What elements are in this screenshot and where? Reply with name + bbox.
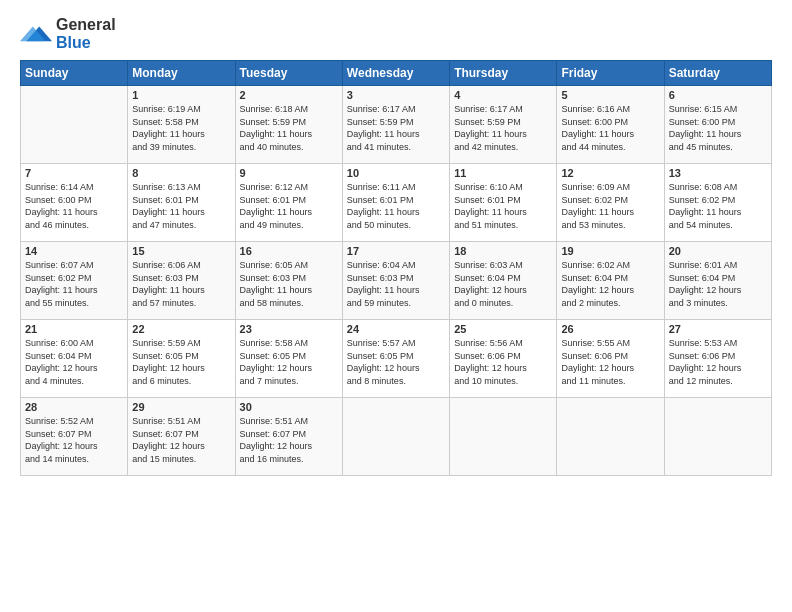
day-number: 22 [132,323,230,335]
day-info: Sunrise: 6:10 AM Sunset: 6:01 PM Dayligh… [454,181,552,231]
logo-general: General [56,16,116,33]
weekday-sunday: Sunday [21,61,128,86]
week-row-2: 7Sunrise: 6:14 AM Sunset: 6:00 PM Daylig… [21,164,772,242]
calendar-cell [450,398,557,476]
weekday-tuesday: Tuesday [235,61,342,86]
day-number: 14 [25,245,123,257]
weekday-wednesday: Wednesday [342,61,449,86]
calendar-cell: 24Sunrise: 5:57 AM Sunset: 6:05 PM Dayli… [342,320,449,398]
day-number: 12 [561,167,659,179]
day-info: Sunrise: 6:11 AM Sunset: 6:01 PM Dayligh… [347,181,445,231]
weekday-header-row: SundayMondayTuesdayWednesdayThursdayFrid… [21,61,772,86]
day-number: 4 [454,89,552,101]
calendar-cell: 28Sunrise: 5:52 AM Sunset: 6:07 PM Dayli… [21,398,128,476]
day-number: 18 [454,245,552,257]
day-info: Sunrise: 6:07 AM Sunset: 6:02 PM Dayligh… [25,259,123,309]
day-number: 25 [454,323,552,335]
day-number: 24 [347,323,445,335]
weekday-monday: Monday [128,61,235,86]
day-info: Sunrise: 6:03 AM Sunset: 6:04 PM Dayligh… [454,259,552,309]
calendar-table: SundayMondayTuesdayWednesdayThursdayFrid… [20,60,772,476]
day-number: 2 [240,89,338,101]
calendar-cell: 25Sunrise: 5:56 AM Sunset: 6:06 PM Dayli… [450,320,557,398]
calendar-cell: 22Sunrise: 5:59 AM Sunset: 6:05 PM Dayli… [128,320,235,398]
week-row-3: 14Sunrise: 6:07 AM Sunset: 6:02 PM Dayli… [21,242,772,320]
logo: General Blue [20,16,116,52]
day-number: 29 [132,401,230,413]
calendar-cell: 14Sunrise: 6:07 AM Sunset: 6:02 PM Dayli… [21,242,128,320]
day-number: 19 [561,245,659,257]
logo-blue: Blue [56,34,91,51]
day-number: 11 [454,167,552,179]
day-info: Sunrise: 6:02 AM Sunset: 6:04 PM Dayligh… [561,259,659,309]
day-number: 1 [132,89,230,101]
calendar-cell: 7Sunrise: 6:14 AM Sunset: 6:00 PM Daylig… [21,164,128,242]
day-info: Sunrise: 5:58 AM Sunset: 6:05 PM Dayligh… [240,337,338,387]
day-number: 8 [132,167,230,179]
calendar-cell: 4Sunrise: 6:17 AM Sunset: 5:59 PM Daylig… [450,86,557,164]
calendar-cell: 18Sunrise: 6:03 AM Sunset: 6:04 PM Dayli… [450,242,557,320]
week-row-5: 28Sunrise: 5:52 AM Sunset: 6:07 PM Dayli… [21,398,772,476]
page: General Blue SundayMondayTuesdayWednesda… [0,0,792,612]
calendar-cell: 16Sunrise: 6:05 AM Sunset: 6:03 PM Dayli… [235,242,342,320]
calendar-cell: 26Sunrise: 5:55 AM Sunset: 6:06 PM Dayli… [557,320,664,398]
calendar-cell: 20Sunrise: 6:01 AM Sunset: 6:04 PM Dayli… [664,242,771,320]
calendar-cell [557,398,664,476]
day-info: Sunrise: 6:15 AM Sunset: 6:00 PM Dayligh… [669,103,767,153]
calendar-cell: 15Sunrise: 6:06 AM Sunset: 6:03 PM Dayli… [128,242,235,320]
day-info: Sunrise: 6:19 AM Sunset: 5:58 PM Dayligh… [132,103,230,153]
day-number: 9 [240,167,338,179]
day-number: 3 [347,89,445,101]
day-number: 17 [347,245,445,257]
day-number: 23 [240,323,338,335]
day-info: Sunrise: 6:04 AM Sunset: 6:03 PM Dayligh… [347,259,445,309]
day-info: Sunrise: 6:08 AM Sunset: 6:02 PM Dayligh… [669,181,767,231]
day-info: Sunrise: 5:51 AM Sunset: 6:07 PM Dayligh… [132,415,230,465]
calendar-cell: 17Sunrise: 6:04 AM Sunset: 6:03 PM Dayli… [342,242,449,320]
week-row-4: 21Sunrise: 6:00 AM Sunset: 6:04 PM Dayli… [21,320,772,398]
calendar-cell: 6Sunrise: 6:15 AM Sunset: 6:00 PM Daylig… [664,86,771,164]
calendar-cell: 30Sunrise: 5:51 AM Sunset: 6:07 PM Dayli… [235,398,342,476]
day-info: Sunrise: 5:53 AM Sunset: 6:06 PM Dayligh… [669,337,767,387]
day-info: Sunrise: 5:51 AM Sunset: 6:07 PM Dayligh… [240,415,338,465]
day-info: Sunrise: 6:14 AM Sunset: 6:00 PM Dayligh… [25,181,123,231]
day-info: Sunrise: 5:55 AM Sunset: 6:06 PM Dayligh… [561,337,659,387]
calendar-cell: 9Sunrise: 6:12 AM Sunset: 6:01 PM Daylig… [235,164,342,242]
day-number: 21 [25,323,123,335]
calendar-cell: 8Sunrise: 6:13 AM Sunset: 6:01 PM Daylig… [128,164,235,242]
day-info: Sunrise: 6:16 AM Sunset: 6:00 PM Dayligh… [561,103,659,153]
day-info: Sunrise: 5:52 AM Sunset: 6:07 PM Dayligh… [25,415,123,465]
calendar-cell [342,398,449,476]
day-info: Sunrise: 6:18 AM Sunset: 5:59 PM Dayligh… [240,103,338,153]
day-info: Sunrise: 5:57 AM Sunset: 6:05 PM Dayligh… [347,337,445,387]
calendar-cell: 21Sunrise: 6:00 AM Sunset: 6:04 PM Dayli… [21,320,128,398]
calendar-cell: 13Sunrise: 6:08 AM Sunset: 6:02 PM Dayli… [664,164,771,242]
day-number: 27 [669,323,767,335]
day-number: 28 [25,401,123,413]
day-info: Sunrise: 6:13 AM Sunset: 6:01 PM Dayligh… [132,181,230,231]
weekday-saturday: Saturday [664,61,771,86]
weekday-friday: Friday [557,61,664,86]
header: General Blue [20,16,772,52]
day-number: 5 [561,89,659,101]
calendar-cell: 3Sunrise: 6:17 AM Sunset: 5:59 PM Daylig… [342,86,449,164]
day-info: Sunrise: 6:17 AM Sunset: 5:59 PM Dayligh… [347,103,445,153]
day-info: Sunrise: 6:17 AM Sunset: 5:59 PM Dayligh… [454,103,552,153]
day-number: 15 [132,245,230,257]
day-info: Sunrise: 6:06 AM Sunset: 6:03 PM Dayligh… [132,259,230,309]
day-info: Sunrise: 6:09 AM Sunset: 6:02 PM Dayligh… [561,181,659,231]
weekday-thursday: Thursday [450,61,557,86]
calendar-cell [664,398,771,476]
calendar-cell: 10Sunrise: 6:11 AM Sunset: 6:01 PM Dayli… [342,164,449,242]
day-info: Sunrise: 6:01 AM Sunset: 6:04 PM Dayligh… [669,259,767,309]
day-number: 7 [25,167,123,179]
day-number: 30 [240,401,338,413]
calendar-cell: 11Sunrise: 6:10 AM Sunset: 6:01 PM Dayli… [450,164,557,242]
calendar-cell: 27Sunrise: 5:53 AM Sunset: 6:06 PM Dayli… [664,320,771,398]
day-info: Sunrise: 6:12 AM Sunset: 6:01 PM Dayligh… [240,181,338,231]
calendar-cell: 12Sunrise: 6:09 AM Sunset: 6:02 PM Dayli… [557,164,664,242]
calendar-cell: 5Sunrise: 6:16 AM Sunset: 6:00 PM Daylig… [557,86,664,164]
day-number: 20 [669,245,767,257]
day-info: Sunrise: 5:56 AM Sunset: 6:06 PM Dayligh… [454,337,552,387]
day-info: Sunrise: 6:05 AM Sunset: 6:03 PM Dayligh… [240,259,338,309]
